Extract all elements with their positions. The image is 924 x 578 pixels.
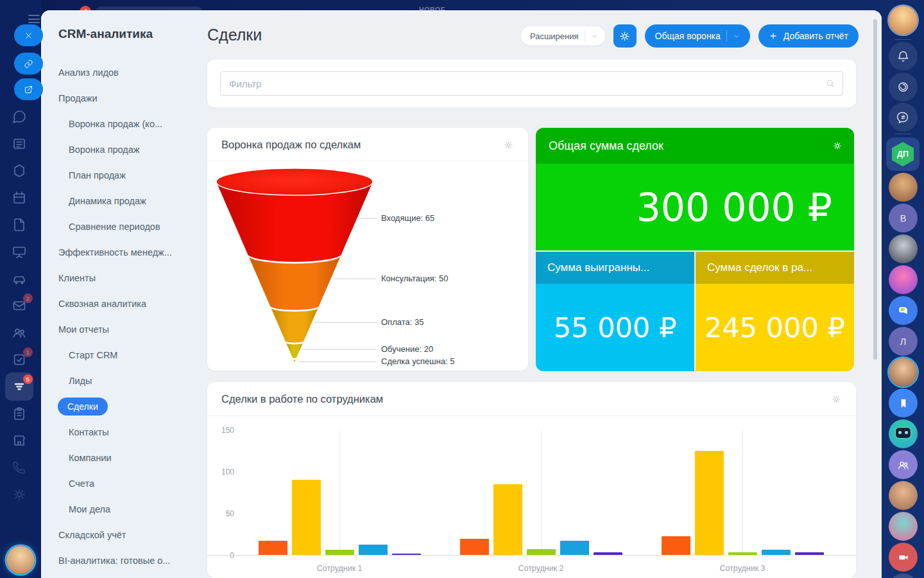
scrollbar[interactable]: [873, 19, 877, 360]
bar[interactable]: [359, 545, 388, 555]
group-button[interactable]: [889, 450, 918, 479]
menu-icon[interactable]: [28, 15, 40, 23]
profile-avatar[interactable]: [889, 6, 918, 35]
extensions-button[interactable]: Расширения: [521, 26, 605, 46]
sidebar-item[interactable]: Эффективность менедж...: [41, 240, 207, 265]
bar[interactable]: [527, 549, 556, 555]
search-icon[interactable]: [825, 78, 835, 89]
sidebar-item[interactable]: Мои дела: [41, 496, 207, 522]
main-panel: CRM-аналитика Анализ лидовПродажиВоронка…: [41, 10, 882, 578]
sidebar-item[interactable]: Контакты: [41, 419, 207, 445]
chat-icon[interactable]: [12, 109, 27, 125]
user-avatar[interactable]: [889, 265, 918, 294]
gear-icon[interactable]: [12, 487, 27, 502]
bookmark-button[interactable]: [889, 389, 918, 417]
widget-settings-icon[interactable]: [831, 394, 842, 405]
hexagon-icon[interactable]: [12, 163, 27, 179]
user-avatar[interactable]: [889, 234, 918, 263]
bar[interactable]: [292, 480, 321, 555]
bar[interactable]: [695, 451, 724, 556]
bar[interactable]: [762, 550, 791, 555]
calendar-button[interactable]: [889, 574, 918, 578]
mail-icon[interactable]: 2: [12, 298, 27, 313]
widget-settings-icon[interactable]: [503, 139, 514, 150]
copilot-button[interactable]: [889, 73, 918, 101]
chat-sync-button[interactable]: [889, 103, 918, 132]
card-title: Общая сумма сделок: [549, 139, 663, 153]
sidebar-item[interactable]: Сделки: [41, 394, 207, 419]
user-avatar[interactable]: [889, 173, 918, 202]
user-avatar[interactable]: [889, 512, 918, 541]
sidebar-item[interactable]: Анализ лидов: [41, 60, 207, 85]
sidebar-item[interactable]: Динамика продаж: [41, 188, 207, 214]
won-amount-card[interactable]: Сумма выигранны... 55 000 ₽: [536, 252, 694, 371]
user-initial-avatar[interactable]: Л: [889, 327, 918, 356]
user-avatar[interactable]: [889, 358, 918, 387]
sidebar-item[interactable]: Складской учёт: [41, 522, 207, 548]
bar[interactable]: [493, 484, 522, 556]
messenger-button[interactable]: [889, 296, 918, 325]
phone-icon[interactable]: [12, 460, 27, 475]
funnel-segment[interactable]: [248, 256, 341, 310]
copy-link-button[interactable]: [14, 53, 43, 74]
bar[interactable]: [259, 541, 287, 555]
tasks-icon[interactable]: 1: [12, 352, 27, 367]
store-icon[interactable]: [12, 433, 27, 448]
total-amount-card[interactable]: Общая сумма сделок 300 000 ₽: [536, 128, 854, 250]
in-progress-amount-card[interactable]: Сумма сделок в ра... 245 000 ₽: [696, 252, 854, 371]
sidebar-item[interactable]: Воронка продаж (ко...: [41, 111, 207, 137]
sidebar-nav: Анализ лидовПродажиВоронка продаж (ко...…: [41, 60, 207, 574]
news-icon[interactable]: [12, 136, 27, 152]
sidebar-item-active-pill[interactable]: Сделки: [58, 398, 108, 416]
sidebar-item[interactable]: Компании: [41, 445, 207, 471]
sidebar-item[interactable]: Клиенты: [41, 265, 207, 291]
bar[interactable]: [662, 536, 690, 555]
sidebar-item[interactable]: Мои отчеты: [41, 317, 207, 342]
add-report-button[interactable]: Добавить отчёт: [758, 24, 859, 48]
car-icon[interactable]: [12, 271, 27, 286]
sidebar-item[interactable]: BI-аналитика: готовые о...: [41, 548, 207, 574]
open-new-window-button[interactable]: [14, 78, 43, 100]
bot-avatar[interactable]: [889, 419, 918, 448]
document-icon[interactable]: [12, 217, 27, 232]
close-button[interactable]: [14, 24, 43, 46]
clipboard-icon[interactable]: [12, 406, 27, 421]
sidebar-item[interactable]: Лиды: [41, 368, 207, 394]
profile-avatar[interactable]: [6, 546, 35, 574]
board-icon[interactable]: [12, 244, 27, 259]
bar[interactable]: [594, 552, 622, 555]
funnel-segment[interactable]: [271, 308, 318, 342]
funnel-segment[interactable]: [293, 360, 295, 362]
sidebar-item[interactable]: Сквозная аналитика: [41, 291, 207, 317]
bar[interactable]: [460, 539, 489, 555]
bar[interactable]: [728, 552, 757, 555]
video-call-button[interactable]: [889, 543, 918, 572]
sidebar-item[interactable]: План продаж: [41, 162, 207, 188]
bar[interactable]: [392, 554, 421, 555]
notifications-button[interactable]: [889, 42, 918, 71]
total-amount-value: 300 000 ₽: [536, 164, 854, 250]
sidebar-item[interactable]: Продажи: [41, 85, 207, 111]
workspace-badge[interactable]: ДП: [886, 137, 920, 171]
bar[interactable]: [560, 541, 589, 555]
funnel-select[interactable]: Общая воронка: [645, 24, 750, 48]
bar[interactable]: [795, 552, 824, 555]
filter-input[interactable]: [220, 71, 843, 96]
people-icon[interactable]: [12, 325, 27, 340]
funnel-segment[interactable]: [286, 343, 303, 358]
sidebar-item[interactable]: Старт CRM: [41, 342, 207, 368]
widget-settings-icon[interactable]: [832, 141, 843, 151]
chevron-down-icon: [591, 33, 598, 40]
settings-button[interactable]: [613, 24, 637, 48]
workspace-initials: ДП: [897, 150, 909, 159]
funnel-top[interactable]: [216, 168, 373, 195]
sidebar-item[interactable]: Сравнение периодов: [41, 214, 207, 240]
sidebar-item[interactable]: Воронка продаж: [41, 137, 207, 162]
sidebar-item[interactable]: Счета: [41, 471, 207, 496]
crm-funnel-icon[interactable]: 5: [12, 379, 27, 394]
calendar-icon[interactable]: [12, 190, 27, 206]
bar[interactable]: [325, 550, 354, 555]
user-initial-avatar[interactable]: В: [889, 204, 918, 232]
user-avatar[interactable]: [889, 481, 918, 510]
card-title: Сумма выигранны...: [547, 261, 649, 274]
